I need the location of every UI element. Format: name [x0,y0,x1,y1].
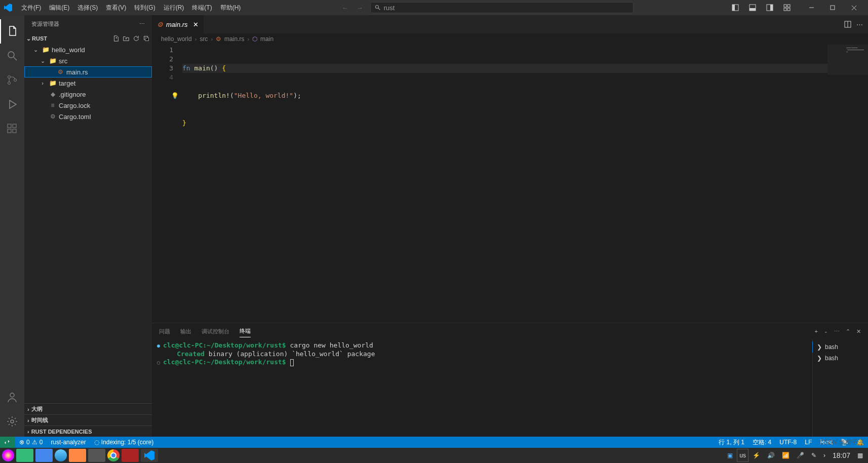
keyboard-layout[interactable]: us [737,449,748,462]
files-icon[interactable] [16,449,33,462]
sidebar-more-icon[interactable]: ⋯ [139,21,145,27]
tab-close-icon[interactable]: ✕ [193,21,199,28]
activity-extensions-icon[interactable] [0,117,24,141]
new-file-icon[interactable] [112,35,120,42]
terminal[interactable]: ●clc@clc-PC:~/Desktop/work/rust$ cargo n… [152,339,812,437]
clock[interactable]: 18:07 [830,449,853,462]
toggle-secondary-icon[interactable] [762,0,778,15]
vscode-taskbar-icon[interactable] [141,449,158,462]
menu-terminal[interactable]: 终端(T) [188,2,216,14]
new-folder-icon[interactable] [123,35,130,42]
file-cargo-lock[interactable]: ≡ Cargo.lock [24,100,152,111]
menu-help[interactable]: 帮助(H) [216,2,245,14]
menu-view[interactable]: 查看(V) [102,2,130,14]
maximize-icon[interactable] [822,0,843,15]
terminal-session[interactable]: ❯bash [812,341,864,353]
split-editor-icon[interactable] [844,21,851,28]
loading-icon: ◌ [94,439,99,446]
minimize-icon[interactable] [801,0,821,15]
menu-edit[interactable]: 编辑(E) [45,2,73,14]
status-eol[interactable]: LF [801,437,816,448]
remote-indicator-icon[interactable] [0,437,15,448]
activity-settings-icon[interactable] [0,409,24,434]
new-terminal-icon[interactable]: + [815,328,818,334]
tab-main-rs[interactable]: ⚙ main.rs ✕ [152,15,204,33]
svg-rect-8 [784,5,786,7]
panel-tab-problems[interactable]: 问题 [159,326,170,337]
os-taskbar: ▣ us ⚡ 🔊 📶 🎤 ✎ › 18:07 ▦ [0,448,868,463]
menu-run[interactable]: 运行(R) [160,2,188,14]
menu-file[interactable]: 文件(F) [17,2,45,14]
volume-icon[interactable]: 🔊 [764,449,778,462]
close-icon[interactable] [844,0,864,15]
status-line-col[interactable]: 行 1, 列 1 [715,437,748,448]
chevron-right-icon[interactable]: › [820,449,828,462]
chevron-down-icon[interactable]: ⌄ [26,35,31,42]
lightbulb-icon[interactable]: 💡 [171,91,179,100]
maximize-panel-icon[interactable]: ⌃ [846,328,850,335]
editor-more-icon[interactable]: ⋯ [856,21,863,28]
editor-body[interactable]: 1 2 3 4 fn main() { 💡 println!("Hello, w… [152,45,868,323]
status-bar: ⊗0 ⚠0 rust-analyzer ◌Indexing: 1/5 (core… [0,437,868,448]
folder-hello-world[interactable]: ⌄📁 hello_world [24,44,152,55]
section-timeline[interactable]: ›时间线 [24,414,152,426]
activity-source-control-icon[interactable] [0,68,24,92]
power-icon[interactable]: ⚡ [749,449,763,462]
toggle-bottom-icon[interactable] [744,0,761,15]
mic-icon[interactable]: 🎤 [794,449,807,462]
terminal-session[interactable]: ❯bash [817,353,864,364]
svg-rect-5 [749,8,756,11]
app-icon[interactable] [88,449,105,462]
edit-icon[interactable]: ✎ [808,449,819,462]
section-rust-deps[interactable]: ›RUST DEPENDENCIES [24,426,152,437]
terminal-dropdown-icon[interactable]: ⌄ [824,329,828,334]
calendar-icon[interactable]: ▦ [854,449,866,462]
terminal-icon[interactable] [122,449,139,462]
status-rust-analyzer[interactable]: rust-analyzer [47,437,90,448]
bash-icon: ❯ [817,343,822,351]
collapse-all-icon[interactable] [143,35,150,42]
activity-explorer-icon[interactable] [0,19,24,44]
breadcrumbs[interactable]: hello_world› src› ⚙main.rs› ⬡main [152,33,868,45]
activity-search-icon[interactable] [0,44,24,68]
start-menu-icon[interactable] [2,449,14,461]
panel-tab-debug-console[interactable]: 调试控制台 [202,326,229,337]
panel-tab-output[interactable]: 输出 [180,326,191,337]
command-search[interactable]: rust [370,2,634,13]
folder-src[interactable]: ⌄📁 src [24,55,152,66]
toggle-panel-icon[interactable] [727,0,743,15]
nav-back-icon[interactable]: ← [339,3,351,13]
menu-selection[interactable]: 选择(S) [73,2,102,14]
status-indent[interactable]: 空格: 4 [748,437,775,448]
status-encoding[interactable]: UTF-8 [775,437,801,448]
panel-tab-terminal[interactable]: 终端 [240,325,251,337]
status-problems[interactable]: ⊗0 ⚠0 [15,437,47,448]
search-text: rust [384,4,395,12]
close-panel-icon[interactable]: ✕ [856,328,861,335]
network-icon[interactable]: 📶 [779,449,793,462]
search-icon [375,5,381,11]
tray-app-icon[interactable]: ▣ [724,449,736,462]
file-main-rs[interactable]: ⚙ main.rs [24,66,152,78]
file-tree: ⌄📁 hello_world ⌄📁 src ⚙ main.rs ›📁 targe… [24,44,152,403]
code-content[interactable]: fn main() { 💡 println!("Hello, world!");… [182,45,827,323]
refresh-icon[interactable] [133,35,140,42]
file-icon: ◆ [49,91,57,98]
chrome-icon[interactable] [107,449,120,461]
status-indexing[interactable]: ◌Indexing: 1/5 (core) [90,437,157,448]
section-outline[interactable]: ›大纲 [24,403,152,414]
app-icon[interactable] [35,449,53,462]
activity-debug-icon[interactable] [0,92,24,117]
file-cargo-toml[interactable]: ⚙ Cargo.toml [24,111,152,122]
app-icon[interactable] [69,449,86,462]
project-root-label[interactable]: RUST [32,35,47,42]
file-gitignore[interactable]: ◆ .gitignore [24,89,152,100]
app-icon[interactable] [55,449,67,461]
menu-go[interactable]: 转到(G) [130,2,159,14]
customize-layout-icon[interactable] [779,0,795,15]
panel-more-icon[interactable]: ⋯ [834,328,840,335]
activity-account-icon[interactable] [0,385,24,409]
minimap[interactable]: ▬▬▬ ▬▬▬▬ ▬▬▬▬▬▬▬▬▬▬▬ ▬ [827,45,868,323]
nav-forward-icon[interactable]: → [353,3,366,13]
folder-target[interactable]: ›📁 target [24,78,152,89]
